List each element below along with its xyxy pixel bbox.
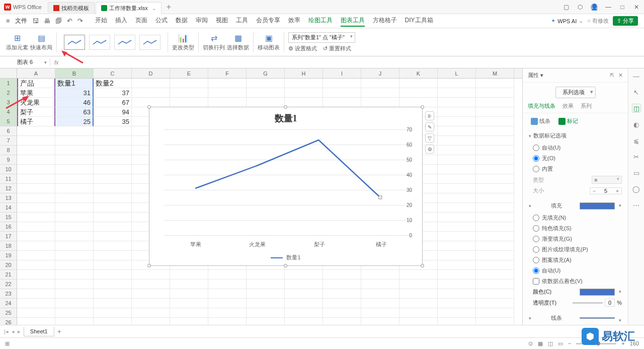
- hamburger-icon[interactable]: ≡: [6, 17, 10, 25]
- size-value[interactable]: 5: [598, 188, 613, 194]
- row-header[interactable]: 22: [0, 280, 17, 289]
- tab-chart-tools[interactable]: 图表工具: [341, 15, 365, 27]
- cell[interactable]: [55, 260, 94, 270]
- fill-color-swatch[interactable]: [580, 202, 615, 210]
- zoom-thumb[interactable]: [596, 341, 600, 345]
- name-box[interactable]: 图表 6: [0, 58, 50, 66]
- cell[interactable]: [285, 270, 323, 280]
- row-header[interactable]: 2: [0, 88, 17, 98]
- cell[interactable]: [17, 251, 55, 260]
- cell[interactable]: [438, 88, 476, 98]
- cell[interactable]: [438, 203, 476, 213]
- wps-ai-button[interactable]: ✦ WPS AI ⌄: [551, 18, 583, 24]
- col-header[interactable]: E: [170, 68, 208, 78]
- cell[interactable]: [285, 280, 323, 289]
- cell[interactable]: [208, 270, 247, 280]
- save-icon[interactable]: 🖫: [32, 17, 39, 25]
- cell[interactable]: [438, 193, 476, 203]
- cell[interactable]: [55, 203, 94, 213]
- cell[interactable]: [17, 222, 55, 232]
- cell[interactable]: [55, 213, 94, 222]
- cell[interactable]: [170, 270, 208, 280]
- cell[interactable]: [361, 308, 399, 318]
- trans-slider[interactable]: [573, 302, 603, 304]
- sheet-tab-1[interactable]: Sheet1: [24, 327, 54, 336]
- cell[interactable]: [399, 280, 438, 289]
- cell[interactable]: [247, 79, 285, 88]
- cell[interactable]: [94, 165, 132, 174]
- row-header[interactable]: 24: [0, 299, 17, 308]
- cell[interactable]: [170, 280, 208, 289]
- cell[interactable]: 67: [94, 98, 132, 107]
- cell[interactable]: [17, 165, 55, 174]
- cell[interactable]: [476, 126, 514, 136]
- chart-filter-icon[interactable]: ▽: [425, 133, 434, 143]
- side-collapse-icon[interactable]: —: [632, 72, 641, 81]
- cell[interactable]: 橘子: [17, 117, 55, 126]
- cell[interactable]: 31: [55, 88, 94, 98]
- row-header[interactable]: 19: [0, 251, 17, 260]
- cell[interactable]: [94, 270, 132, 280]
- row-header[interactable]: 9: [0, 155, 17, 165]
- section-title[interactable]: 填充: [529, 202, 622, 210]
- fx-icon[interactable]: fx: [50, 59, 63, 65]
- cell[interactable]: [438, 251, 476, 260]
- cell[interactable]: [476, 251, 514, 260]
- cell[interactable]: [55, 146, 94, 155]
- view-grid-icon[interactable]: ⊙: [528, 340, 533, 347]
- col-header[interactable]: H: [285, 68, 323, 78]
- size-spinner[interactable]: − 5 +: [590, 187, 622, 194]
- tab-view[interactable]: 视图: [216, 15, 228, 27]
- reset-style-button[interactable]: ↺ 重置样式: [323, 45, 351, 52]
- cell[interactable]: [476, 193, 514, 203]
- print-icon[interactable]: 🖶: [44, 17, 50, 25]
- tab-workbook[interactable]: 工作簿数量.xlsx ⌄: [96, 2, 162, 14]
- cell[interactable]: 37: [94, 88, 132, 98]
- cell[interactable]: [476, 146, 514, 155]
- cell[interactable]: [17, 289, 55, 299]
- cell[interactable]: 46: [55, 98, 94, 107]
- cell[interactable]: [361, 280, 399, 289]
- resize-handle[interactable]: [421, 105, 424, 109]
- cell[interactable]: [132, 280, 170, 289]
- radio-none[interactable]: 无(O): [529, 153, 622, 164]
- cell[interactable]: [476, 241, 514, 251]
- cell[interactable]: [170, 98, 208, 107]
- cell[interactable]: [476, 98, 514, 107]
- set-format-button[interactable]: ⚙ 设置格式: [288, 45, 317, 52]
- zoom-in-button[interactable]: +: [621, 340, 624, 346]
- chart-styles-icon[interactable]: ✎: [425, 122, 434, 131]
- row-header[interactable]: 10: [0, 165, 17, 174]
- cell[interactable]: [208, 98, 247, 107]
- radio-picture-fill[interactable]: 图片或纹理填充(P): [529, 244, 622, 255]
- cell[interactable]: [361, 270, 399, 280]
- cell[interactable]: [55, 184, 94, 193]
- cell[interactable]: [361, 79, 399, 88]
- radio-auto-fill[interactable]: 自动(U): [529, 265, 622, 276]
- row-header[interactable]: 14: [0, 203, 17, 213]
- cell[interactable]: [399, 308, 438, 318]
- radio-builtin[interactable]: 内置: [529, 164, 622, 174]
- cell[interactable]: [399, 79, 438, 88]
- cell[interactable]: [476, 155, 514, 165]
- col-header[interactable]: B: [55, 68, 94, 78]
- cell[interactable]: 35: [94, 117, 132, 126]
- tab-home[interactable]: 开始: [95, 15, 107, 27]
- cell[interactable]: [170, 289, 208, 299]
- move-chart-button[interactable]: ▣ 移动图表: [258, 33, 280, 51]
- cell[interactable]: [438, 107, 476, 117]
- tab-fangge[interactable]: 方格格子: [373, 15, 397, 27]
- sub-tab-marker[interactable]: 标记: [558, 117, 578, 125]
- tab-template[interactable]: 找稻壳模板: [48, 2, 95, 14]
- cell[interactable]: [247, 88, 285, 98]
- cell[interactable]: [55, 299, 94, 308]
- cell[interactable]: [94, 260, 132, 270]
- cell[interactable]: [17, 280, 55, 289]
- cell[interactable]: [438, 117, 476, 126]
- cell[interactable]: [170, 308, 208, 318]
- col-header[interactable]: F: [208, 68, 247, 78]
- cell[interactable]: [94, 184, 132, 193]
- cell[interactable]: [208, 308, 247, 318]
- cell[interactable]: [94, 146, 132, 155]
- cell[interactable]: [438, 184, 476, 193]
